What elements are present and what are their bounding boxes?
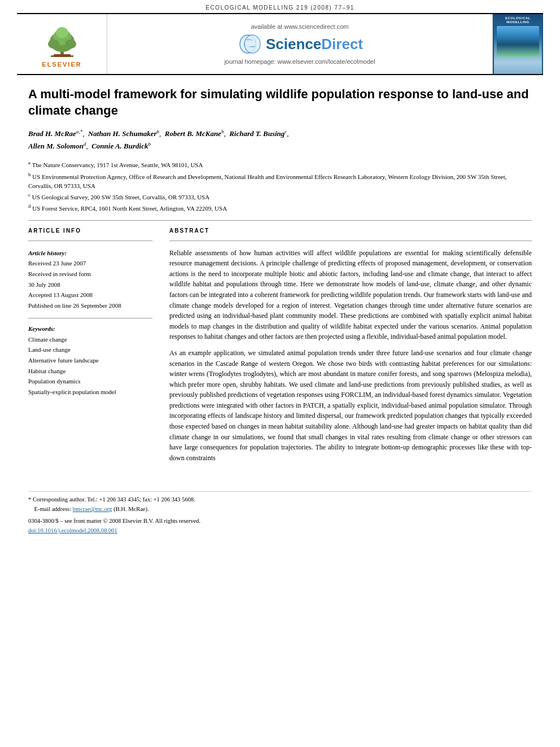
keyword-2: Land-use change <box>28 344 152 355</box>
cover-journal-title: ECOLOGICALMODELLING <box>505 16 531 24</box>
keywords-section: Keywords: Climate change Land-use change… <box>28 325 152 397</box>
history-accepted: Accepted 13 August 2008 <box>28 290 152 300</box>
abstract-label: ABSTRACT <box>169 228 532 234</box>
banner-center: available at www.sciencedirect.com Scien… <box>107 14 492 74</box>
article-history: Article history: Received 23 June 2007 R… <box>28 248 152 311</box>
sciencedirect-icon <box>237 33 264 55</box>
footer-email: E-mail address: bmcrae@tnc.org (B.H. McR… <box>28 505 532 514</box>
article-title: A multi-model framework for simulating w… <box>28 86 532 119</box>
doi-label[interactable]: doi:10.1016/j.ecolmodel.2008.08.001 <box>28 527 117 534</box>
author-busing: Richard T. Busing <box>229 130 285 138</box>
affiliation-c: c US Geological Survey, 200 SW 35th Stre… <box>28 191 532 202</box>
elsevier-text: ELSEVIER <box>42 61 81 68</box>
author-schumaker: Nathan H. Schumaker <box>88 130 157 138</box>
email-person: (B.H. McRae). <box>113 506 148 512</box>
authors-line: Brad H. McRaea,*, Nathan H. Schumakerb, … <box>28 128 532 152</box>
abstract-text: Reliable assessments of how human activi… <box>169 248 532 464</box>
author-burdick: Connie A. Burdick <box>91 142 148 151</box>
keyword-5: Population dynamics <box>28 376 152 387</box>
keyword-6: Spatially-explicit population model <box>28 387 152 397</box>
corresponding-note: * Corresponding author. Tel.: +1 206 343… <box>28 496 532 503</box>
journal-header: ECOLOGICAL MODELLING 219 (2008) 77–91 <box>0 0 560 13</box>
two-column-section: ARTICLE INFO Article history: Received 2… <box>28 228 532 469</box>
sciencedirect-logo: ScienceDirect <box>237 33 363 55</box>
svg-point-5 <box>48 40 59 49</box>
article-info-label: ARTICLE INFO <box>28 228 152 234</box>
footer-doi: doi:10.1016/j.ecolmodel.2008.08.001 <box>28 527 532 534</box>
abstract-column: ABSTRACT Reliable assessments of how hum… <box>169 228 532 469</box>
history-revised-label: Received in revised form <box>28 269 152 279</box>
divider-keywords <box>28 318 152 318</box>
keyword-4: Habitat change <box>28 366 152 377</box>
email-address[interactable]: bmcrae@tnc.org <box>73 506 112 512</box>
article-content: A multi-model framework for simulating w… <box>0 75 560 480</box>
page: ECOLOGICAL MODELLING 219 (2008) 77–91 EL… <box>0 0 560 747</box>
elsevier-tree-icon <box>37 20 88 60</box>
author-solomon: Allen M. Solomon <box>28 142 84 151</box>
cover-image <box>497 26 539 57</box>
keywords-label: Keywords: <box>28 325 152 332</box>
svg-point-6 <box>65 40 76 49</box>
corresponding-text: * Corresponding author. Tel.: +1 206 343… <box>28 496 195 503</box>
banner-homepage: journal homepage: www.elsevier.com/locat… <box>224 58 375 65</box>
journal-title: ECOLOGICAL MODELLING 219 (2008) 77–91 <box>205 5 355 11</box>
article-info-column: ARTICLE INFO Article history: Received 2… <box>28 228 152 469</box>
abstract-paragraph-2: As an example application, we simulated … <box>169 348 532 464</box>
footer: * Corresponding author. Tel.: +1 206 343… <box>28 491 532 534</box>
author-mcrae: Brad H. McRae <box>28 130 76 138</box>
banner-available: available at www.sciencedirect.com <box>251 23 348 30</box>
footer-rights: 0304-3800/$ – see front matter © 2008 El… <box>28 517 532 526</box>
svg-rect-7 <box>54 54 71 57</box>
history-label: Article history: <box>28 248 152 259</box>
history-published: Published on line 26 September 2008 <box>28 300 152 311</box>
journal-cover: ECOLOGICALMODELLING <box>492 14 543 74</box>
author-mckane: Robert B. McKane <box>165 130 221 138</box>
history-revised-date: 30 July 2008 <box>28 279 152 290</box>
divider-1 <box>28 220 532 221</box>
affiliation-a: a The Nature Conservancy, 1917 1st Avenu… <box>28 159 532 169</box>
abstract-paragraph-1: Reliable assessments of how human activi… <box>169 248 532 342</box>
affiliations: a The Nature Conservancy, 1917 1st Avenu… <box>28 159 532 213</box>
publisher-banner: ELSEVIER available at www.sciencedirect.… <box>17 13 543 75</box>
email-label: E-mail address: <box>34 506 72 512</box>
divider-left <box>28 241 152 241</box>
elsevier-logo: ELSEVIER <box>17 14 107 74</box>
history-received: Received 23 June 2007 <box>28 258 152 269</box>
keyword-3: Alternative future landscape <box>28 355 152 366</box>
svg-point-9 <box>244 35 260 53</box>
affiliation-d: d US Forest Service, RPC4, 1601 North Ke… <box>28 203 532 213</box>
affiliation-b: b US Environmental Protection Agency, Of… <box>28 171 532 191</box>
sciencedirect-text: ScienceDirect <box>266 36 363 53</box>
divider-abstract <box>169 241 532 241</box>
journal-cover-inner: ECOLOGICALMODELLING <box>494 14 542 74</box>
svg-point-4 <box>56 27 68 38</box>
keyword-1: Climate change <box>28 334 152 345</box>
